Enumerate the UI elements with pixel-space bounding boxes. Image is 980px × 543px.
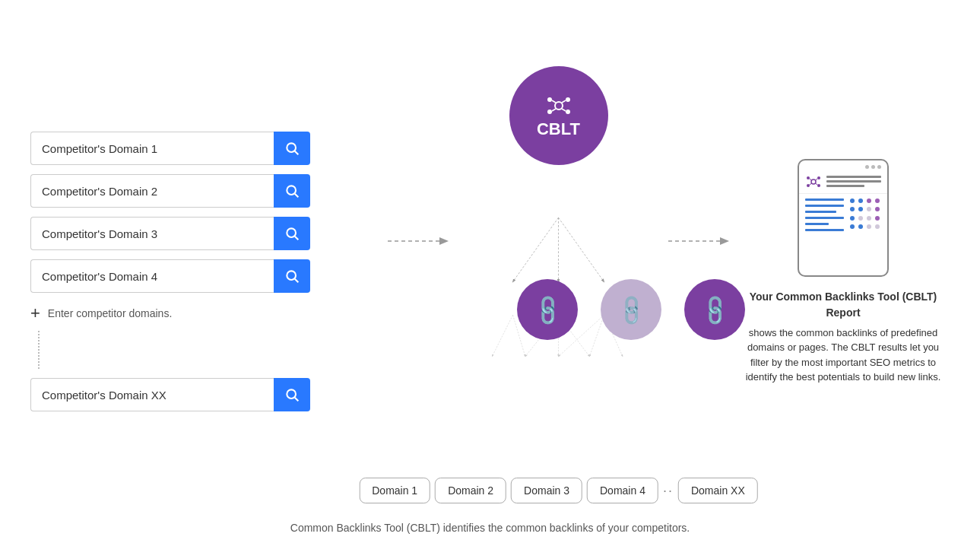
report-title: Your Common Backlinks Tool (CBLT) Report	[737, 289, 950, 321]
svg-point-13	[547, 97, 552, 102]
input-row-3	[30, 217, 380, 250]
body-line-6	[805, 229, 844, 231]
grid-dot	[867, 198, 871, 203]
dot-3	[877, 165, 881, 169]
bubble-left: 🔗	[517, 279, 578, 340]
cblt-circle: CBLT	[509, 66, 608, 165]
svg-point-38	[817, 184, 820, 187]
grid-dot	[867, 207, 871, 211]
svg-line-7	[295, 279, 299, 283]
report-network-icon	[805, 173, 822, 190]
input-row-1	[30, 132, 380, 165]
svg-line-30	[589, 315, 604, 357]
input-row-4	[30, 259, 380, 293]
search-button-1[interactable]	[274, 132, 310, 165]
arrow-left-center	[388, 232, 449, 250]
cblt-network-icon	[545, 92, 572, 119]
svg-line-18	[562, 100, 566, 103]
dotted-arrow-left	[388, 232, 449, 250]
center-diagram: CBLT	[471, 24, 645, 519]
input-row-xx	[30, 378, 380, 411]
dots-grid	[850, 198, 881, 231]
right-panel: Your Common Backlinks Tool (CBLT) Report…	[737, 159, 950, 385]
domain-box-1: Domain 1	[359, 478, 430, 503]
grid-dot	[875, 198, 880, 203]
arrow-center-right	[668, 232, 729, 250]
add-icon[interactable]: +	[30, 305, 40, 322]
domain-input-1[interactable]	[30, 132, 274, 165]
dot-1	[865, 165, 869, 169]
body-line-1	[805, 198, 844, 201]
svg-line-1	[295, 151, 299, 155]
svg-marker-11	[439, 237, 449, 245]
svg-point-36	[817, 176, 820, 179]
grid-dot	[850, 224, 855, 229]
domain-box-4: Domain 4	[587, 478, 658, 503]
search-icon-2	[284, 183, 300, 198]
search-icon-xx	[284, 387, 300, 402]
svg-line-17	[552, 100, 556, 103]
svg-line-19	[552, 109, 556, 111]
svg-point-35	[807, 176, 810, 179]
svg-line-20	[562, 109, 566, 111]
report-text-block: Your Common Backlinks Tool (CBLT) Report…	[737, 289, 950, 385]
link-icon-right: 🔗	[696, 291, 733, 328]
grid-dot	[867, 224, 871, 229]
grid-dot	[858, 207, 863, 211]
svg-point-37	[807, 184, 810, 187]
grid-dot	[850, 216, 855, 221]
grid-dot	[867, 216, 871, 221]
svg-point-15	[547, 110, 552, 114]
domain-box-3: Domain 3	[511, 478, 582, 503]
domain-input-4[interactable]	[30, 259, 274, 293]
link-icon-left: 🔗	[529, 291, 566, 328]
domain-boxes-row: Domain 1 Domain 2 Domain 3 Domain 4 ·· D…	[359, 478, 758, 503]
left-panel: + Enter competitor domains.	[30, 132, 380, 411]
domain-input-2[interactable]	[30, 174, 274, 208]
menu-line-1	[826, 176, 881, 178]
search-icon-4	[284, 268, 300, 284]
body-line-2	[805, 205, 844, 207]
grid-dot	[875, 224, 880, 229]
svg-line-23	[559, 218, 604, 282]
svg-point-0	[287, 143, 296, 152]
svg-line-24	[492, 315, 512, 357]
report-icon-box	[798, 159, 889, 277]
svg-line-5	[295, 237, 299, 240]
domain-input-xx[interactable]	[30, 378, 274, 411]
svg-line-3	[295, 194, 299, 198]
search-icon-1	[284, 141, 300, 156]
svg-point-4	[287, 228, 296, 237]
dot-2	[871, 165, 875, 169]
grid-dot	[858, 216, 863, 221]
report-body-lines	[805, 198, 844, 231]
search-button-3[interactable]	[274, 217, 310, 250]
body-line-4	[805, 217, 844, 219]
dots-separator: ··	[663, 483, 674, 499]
report-menu-lines	[826, 176, 881, 187]
search-button-4[interactable]	[274, 259, 310, 293]
svg-line-21	[513, 218, 559, 282]
grid-dot	[875, 207, 880, 211]
grid-dot	[850, 198, 855, 203]
search-button-2[interactable]	[274, 174, 310, 208]
dotted-arrow-right	[668, 232, 729, 250]
svg-point-16	[566, 110, 570, 114]
report-icon-topbar	[799, 160, 887, 170]
svg-marker-33	[720, 237, 729, 245]
add-row: + Enter competitor domains.	[30, 305, 380, 322]
domain-box-xx: Domain XX	[678, 478, 758, 503]
menu-line-2	[826, 180, 881, 183]
add-label: Enter competitor domains.	[48, 307, 172, 319]
svg-line-9	[295, 398, 299, 402]
search-icon-3	[284, 226, 300, 241]
domain-input-3[interactable]	[30, 217, 274, 250]
bottom-caption: Common Backlinks Tool (CBLT) identifies …	[290, 522, 690, 534]
main-container: + Enter competitor domains.	[0, 0, 980, 543]
body-line-3	[805, 211, 836, 213]
search-button-xx[interactable]	[274, 378, 310, 411]
body-line-5	[805, 223, 829, 225]
bubble-center: 🔗	[601, 279, 661, 340]
svg-point-12	[555, 102, 563, 110]
input-row-2	[30, 174, 380, 208]
